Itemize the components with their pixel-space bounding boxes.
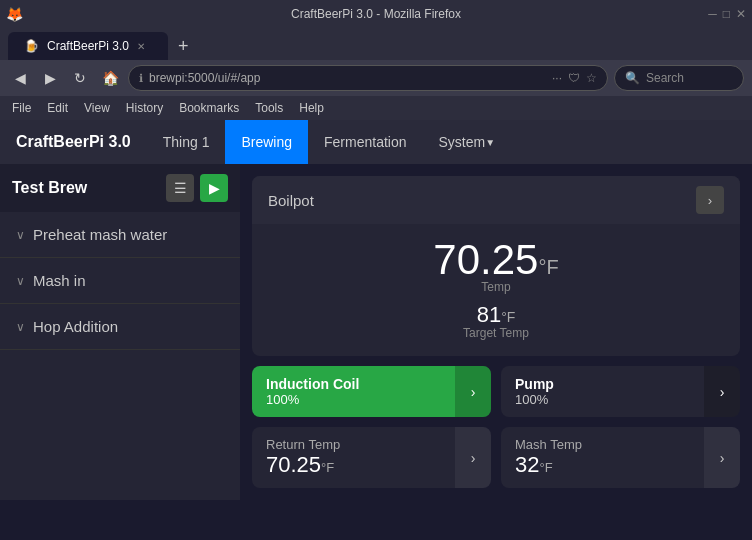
sidebar-title: Test Brew: [12, 179, 87, 197]
new-tab-button[interactable]: +: [170, 32, 197, 60]
nav-brewing[interactable]: Brewing: [225, 120, 308, 164]
boilpot-main-temp-row: 70.25 °F: [433, 236, 558, 284]
sensor-card-return: Return Temp 70.25 °F ›: [252, 427, 491, 488]
window-title: CraftBeerPi 3.0 - Mozilla Firefox: [291, 7, 461, 21]
sidebar-item-label-hopaddition: Hop Addition: [33, 318, 118, 335]
boilpot-target-label: Target Temp: [463, 326, 529, 340]
device-card-induction: Induction Coil 100% ›: [252, 366, 491, 417]
sensor-card-mash: Mash Temp 32 °F ›: [501, 427, 740, 488]
home-button[interactable]: 🏠: [98, 66, 122, 90]
device-name-pump: Pump: [515, 376, 690, 392]
sidebar-header: Test Brew ☰ ▶: [0, 164, 240, 212]
nav-thing1[interactable]: Thing 1: [147, 120, 226, 164]
minimize-icon[interactable]: ─: [708, 7, 717, 21]
address-icons: ··· 🛡 ☆: [552, 71, 597, 85]
back-button[interactable]: ◀: [8, 66, 32, 90]
sensor-row: Return Temp 70.25 °F › Mash Temp 32 °F: [252, 427, 740, 488]
sensor-arrow-mash[interactable]: ›: [704, 427, 740, 488]
nav-system-label: System: [439, 134, 486, 150]
sidebar-item-mashin[interactable]: ∨ Mash in: [0, 258, 240, 304]
close-icon[interactable]: ✕: [736, 7, 746, 21]
boilpot-target-unit: °F: [501, 309, 515, 325]
title-bar: 🦊 CraftBeerPi 3.0 - Mozilla Firefox ─ □ …: [0, 0, 752, 28]
menu-tools[interactable]: Tools: [247, 99, 291, 117]
search-box[interactable]: 🔍 Search: [614, 65, 744, 91]
sensor-name-return: Return Temp: [266, 437, 441, 452]
menu-history[interactable]: History: [118, 99, 171, 117]
devices-row: Induction Coil 100% › Pump 100% ›: [252, 366, 740, 417]
app-logo: CraftBeerPi 3.0: [0, 120, 147, 164]
device-pct-induction: 100%: [266, 392, 441, 407]
tab-close-button[interactable]: ✕: [137, 41, 145, 52]
browser-chrome: 🦊 CraftBeerPi 3.0 - Mozilla Firefox ─ □ …: [0, 0, 752, 120]
tab-label: CraftBeerPi 3.0: [47, 39, 129, 53]
sensor-temp-mash: 32: [515, 452, 539, 478]
boilpot-header: Boilpot ›: [252, 176, 740, 224]
sensor-unit-return: °F: [321, 460, 334, 475]
main-content: Test Brew ☰ ▶ ∨ Preheat mash water ∨ Mas…: [0, 164, 752, 500]
sidebar-item-arrow-preheat: ∨: [16, 228, 25, 242]
menu-edit[interactable]: Edit: [39, 99, 76, 117]
device-arrow-pump[interactable]: ›: [704, 366, 740, 417]
sensor-arrow-return[interactable]: ›: [455, 427, 491, 488]
boilpot-card: Boilpot › 70.25 °F Temp 81 °F Target Tem…: [252, 176, 740, 356]
sidebar-item-label-mashin: Mash in: [33, 272, 86, 289]
firefox-icon: 🦊: [6, 6, 23, 22]
boilpot-title: Boilpot: [268, 192, 314, 209]
device-name-induction: Induction Coil: [266, 376, 441, 392]
boilpot-target-temp-row: 81 °F: [477, 302, 516, 328]
system-dropdown-arrow: ▼: [485, 137, 495, 148]
search-placeholder: Search: [646, 71, 684, 85]
address-bar[interactable]: ℹ brewpi:5000/ui/#/app ··· 🛡 ☆: [128, 65, 608, 91]
menu-help[interactable]: Help: [291, 99, 332, 117]
browser-controls: ◀ ▶ ↻ 🏠 ℹ brewpi:5000/ui/#/app ··· 🛡 ☆ 🔍…: [0, 60, 752, 96]
sidebar-item-preheat[interactable]: ∨ Preheat mash water: [0, 212, 240, 258]
menu-bookmarks[interactable]: Bookmarks: [171, 99, 247, 117]
right-panel: Boilpot › 70.25 °F Temp 81 °F Target Tem…: [240, 164, 752, 500]
app-nav: CraftBeerPi 3.0 Thing 1 Brewing Fermenta…: [0, 120, 752, 164]
sensor-main-mash: Mash Temp 32 °F: [501, 427, 704, 488]
nav-fermentation[interactable]: Fermentation: [308, 120, 422, 164]
nav-system[interactable]: System ▼: [423, 120, 512, 164]
menu-bar: File Edit View History Bookmarks Tools H…: [0, 96, 752, 120]
sidebar-item-hopaddition[interactable]: ∨ Hop Addition: [0, 304, 240, 350]
sidebar-item-arrow-hopaddition: ∨: [16, 320, 25, 334]
sensor-main-return: Return Temp 70.25 °F: [252, 427, 455, 488]
boilpot-temp: 70.25: [433, 236, 538, 284]
boilpot-temp-label: Temp: [481, 280, 510, 294]
shield-icon[interactable]: 🛡: [568, 71, 580, 85]
menu-view[interactable]: View: [76, 99, 118, 117]
forward-button[interactable]: ▶: [38, 66, 62, 90]
menu-file[interactable]: File: [4, 99, 39, 117]
app: CraftBeerPi 3.0 Thing 1 Brewing Fermenta…: [0, 120, 752, 500]
sensor-unit-mash: °F: [539, 460, 552, 475]
device-main-pump: Pump 100%: [501, 366, 704, 417]
reload-button[interactable]: ↻: [68, 66, 92, 90]
more-icon[interactable]: ···: [552, 71, 562, 85]
sidebar: Test Brew ☰ ▶ ∨ Preheat mash water ∨ Mas…: [0, 164, 240, 500]
device-arrow-induction[interactable]: ›: [455, 366, 491, 417]
sidebar-item-arrow-mashin: ∨: [16, 274, 25, 288]
sensor-temp-return: 70.25: [266, 452, 321, 478]
browser-tab[interactable]: 🍺 CraftBeerPi 3.0 ✕: [8, 32, 168, 60]
sensor-name-mash: Mash Temp: [515, 437, 690, 452]
address-text: brewpi:5000/ui/#/app: [149, 71, 546, 85]
device-main-induction: Induction Coil 100%: [252, 366, 455, 417]
maximize-icon[interactable]: □: [723, 7, 730, 21]
sidebar-list-button[interactable]: ☰: [166, 174, 194, 202]
boilpot-target-temp: 81: [477, 302, 501, 328]
tab-bar: 🍺 CraftBeerPi 3.0 ✕ +: [0, 28, 752, 60]
lock-icon: ℹ: [139, 72, 143, 85]
device-card-pump: Pump 100% ›: [501, 366, 740, 417]
boilpot-expand-button[interactable]: ›: [696, 186, 724, 214]
sensor-temp-row-return: 70.25 °F: [266, 452, 441, 478]
device-pct-pump: 100%: [515, 392, 690, 407]
bookmark-icon[interactable]: ☆: [586, 71, 597, 85]
search-icon: 🔍: [625, 71, 640, 85]
sidebar-play-button[interactable]: ▶: [200, 174, 228, 202]
boilpot-temp-unit: °F: [538, 256, 558, 279]
boilpot-temps: 70.25 °F Temp 81 °F Target Temp: [252, 224, 740, 356]
sensor-temp-row-mash: 32 °F: [515, 452, 690, 478]
sidebar-item-label-preheat: Preheat mash water: [33, 226, 167, 243]
tab-favicon: 🍺: [24, 39, 39, 53]
